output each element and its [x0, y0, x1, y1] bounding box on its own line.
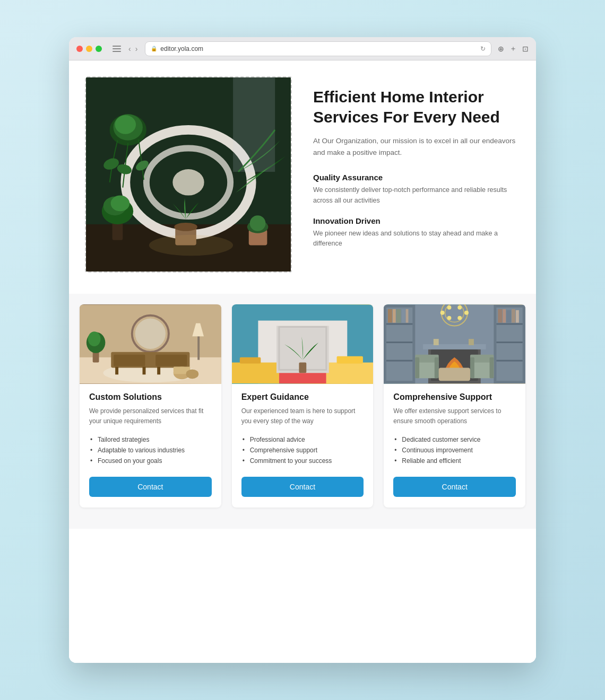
contact-button-1[interactable]: Contact	[89, 477, 212, 497]
share-icon[interactable]: ⊕	[498, 45, 504, 53]
svg-rect-62	[396, 309, 401, 323]
page-wrapper: Efficient Home Interior Services For Eve…	[69, 60, 536, 663]
svg-point-85	[458, 316, 462, 320]
refresh-icon[interactable]: ↻	[480, 45, 486, 52]
card-list-2: Professional advice Comprehensive suppor…	[241, 434, 364, 466]
nav-arrows: ‹ ›	[127, 45, 139, 53]
back-button[interactable]: ‹	[127, 45, 132, 53]
svg-rect-94	[490, 357, 494, 379]
svg-rect-72	[506, 310, 511, 323]
svg-rect-32	[143, 366, 146, 374]
list-item: Comprehensive support	[241, 445, 364, 456]
card-title-3: Comprehensive Support	[393, 392, 516, 402]
svg-rect-90	[435, 357, 439, 379]
traffic-light-yellow[interactable]	[86, 46, 92, 52]
svg-point-14	[111, 196, 130, 212]
svg-point-4	[172, 169, 204, 195]
browser-window: ‹ › 🔒 editor.yola.com ↻ ⊕ ＋ ⊡	[69, 37, 536, 663]
svg-rect-63	[402, 309, 405, 323]
hero-section: Efficient Home Interior Services For Eve…	[69, 60, 536, 294]
svg-rect-67	[497, 323, 523, 325]
svg-rect-70	[498, 309, 503, 323]
address-bar[interactable]: 🔒 editor.yola.com ↻	[145, 41, 491, 56]
svg-point-19	[250, 215, 266, 231]
toolbar-right: ⊕ ＋ ⊡	[498, 44, 529, 54]
feature-innovation-title: Innovation Driven	[313, 216, 520, 225]
svg-point-16	[174, 223, 197, 231]
svg-rect-33	[157, 366, 160, 374]
room1-illustration	[80, 304, 221, 384]
svg-point-86	[447, 316, 452, 320]
cards-section: Custom Solutions We provide personalized…	[69, 294, 536, 529]
hero-title: Efficient Home Interior Services For Eve…	[313, 87, 520, 127]
list-item: Focused on your goals	[89, 456, 212, 466]
list-item: Reliable and efficient	[393, 456, 516, 466]
card-image-3	[384, 304, 525, 384]
feature-quality-desc: We consistently deliver top-notch perfor…	[313, 185, 520, 206]
card-custom-solutions: Custom Solutions We provide personalized…	[80, 304, 221, 508]
list-item: Dedicated customer service	[393, 434, 516, 445]
svg-point-27	[135, 319, 166, 349]
traffic-light-red[interactable]	[76, 46, 83, 52]
list-item: Tailored strategies	[89, 434, 212, 445]
card-desc-1: We provide personalized services that fi…	[89, 406, 212, 426]
svg-rect-20	[233, 77, 275, 172]
svg-rect-31	[115, 366, 118, 374]
svg-rect-61	[393, 309, 396, 323]
svg-rect-58	[386, 342, 412, 343]
cards-grid: Custom Solutions We provide personalized…	[80, 304, 525, 508]
bookmark-icon[interactable]: ＋	[509, 44, 517, 54]
forward-button[interactable]: ›	[134, 45, 139, 53]
list-item: Professional advice	[241, 434, 364, 445]
hero-image	[86, 77, 291, 272]
feature-quality-title: Quality Assurance	[313, 173, 520, 182]
svg-rect-47	[326, 363, 373, 384]
svg-rect-38	[197, 336, 200, 360]
svg-rect-64	[406, 309, 409, 323]
svg-rect-50	[299, 363, 306, 373]
svg-rect-52	[336, 356, 362, 364]
browser-toolbar: ‹ › 🔒 editor.yola.com ↻ ⊕ ＋ ⊡	[69, 37, 536, 60]
card-desc-3: We offer extensive support services to e…	[393, 406, 516, 426]
svg-rect-97	[469, 339, 474, 345]
sidebar-toggle-icon[interactable]	[113, 46, 121, 52]
card-body-3: Comprehensive Support We offer extensive…	[384, 384, 525, 508]
svg-rect-60	[388, 309, 392, 323]
traffic-light-green[interactable]	[96, 46, 102, 52]
card-title-1: Custom Solutions	[89, 392, 212, 402]
contact-button-2[interactable]: Contact	[241, 477, 364, 497]
feature-quality: Quality Assurance We consistently delive…	[313, 173, 520, 206]
svg-rect-96	[434, 339, 439, 345]
card-expert-guidance: Expert Guidance Our experienced team is …	[232, 304, 374, 508]
card-body-2: Expert Guidance Our experienced team is …	[232, 384, 374, 508]
svg-rect-69	[497, 360, 523, 362]
card-image-1	[80, 304, 221, 384]
lock-icon: 🔒	[151, 46, 157, 51]
hero-image-container	[85, 76, 292, 273]
svg-point-82	[447, 305, 452, 310]
hero-subtitle: At Our Organization, our mission is to e…	[313, 135, 520, 158]
svg-rect-51	[239, 357, 261, 364]
svg-rect-29	[114, 355, 145, 366]
svg-point-7	[115, 115, 136, 134]
svg-rect-74	[516, 310, 519, 323]
contact-button-3[interactable]: Contact	[393, 477, 516, 497]
card-body-1: Custom Solutions We provide personalized…	[80, 384, 221, 508]
svg-point-83	[458, 305, 462, 310]
feature-innovation-desc: We pioneer new ideas and solutions to st…	[313, 229, 520, 249]
svg-rect-95	[439, 368, 470, 381]
svg-rect-45	[232, 363, 279, 384]
list-item: Commitment to your success	[241, 456, 364, 466]
svg-rect-71	[503, 309, 506, 323]
hero-illustration	[86, 77, 291, 272]
svg-rect-30	[155, 355, 187, 366]
room3-illustration	[384, 304, 525, 384]
svg-point-42	[186, 369, 198, 379]
menu-icon[interactable]: ⊡	[522, 45, 529, 53]
svg-rect-93	[470, 357, 474, 379]
traffic-lights	[76, 46, 102, 52]
svg-rect-68	[497, 342, 523, 343]
url-text: editor.yola.com	[160, 45, 203, 52]
list-item: Adaptable to various industries	[89, 445, 212, 456]
svg-rect-78	[423, 344, 486, 349]
